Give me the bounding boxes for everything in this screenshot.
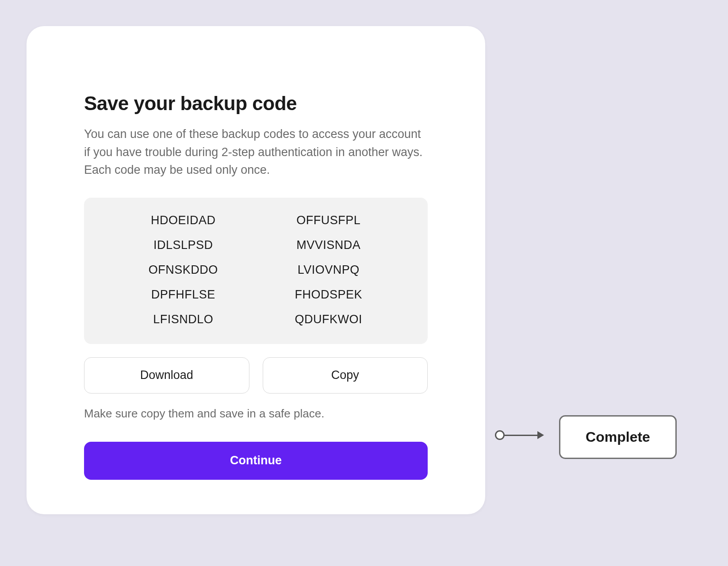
action-button-row: Download Copy <box>84 357 428 394</box>
download-button[interactable]: Download <box>84 357 249 394</box>
backup-code: OFFUSFPL <box>256 214 402 227</box>
backup-code: IDLSLPSD <box>111 238 256 252</box>
flow-arrow-icon <box>495 430 544 440</box>
backup-code-dialog: Save your backup code You can use one of… <box>27 26 485 514</box>
backup-code: DPFHFLSE <box>111 288 256 302</box>
backup-code: QDUFKWOI <box>256 313 402 326</box>
arrow-origin-circle <box>495 430 505 440</box>
helper-text: Make sure copy them and save in a safe p… <box>84 407 428 421</box>
continue-button[interactable]: Continue <box>84 442 428 480</box>
copy-button[interactable]: Copy <box>263 357 428 394</box>
arrow-line <box>505 435 538 436</box>
backup-code: LVIOVNPQ <box>256 263 402 277</box>
backup-code: OFNSKDDO <box>111 263 256 277</box>
complete-flow-node: Complete <box>559 415 677 459</box>
arrow-head-icon <box>537 431 544 439</box>
backup-code: FHODSPEK <box>256 288 402 302</box>
backup-code: LFISNDLO <box>111 313 256 326</box>
dialog-title: Save your backup code <box>84 92 428 115</box>
dialog-description: You can use one of these backup codes to… <box>84 125 428 179</box>
backup-code: MVVISNDA <box>256 238 402 252</box>
backup-code: HDOEIDAD <box>111 214 256 227</box>
backup-codes-panel: HDOEIDAD OFFUSFPL IDLSLPSD MVVISNDA OFNS… <box>84 198 428 344</box>
